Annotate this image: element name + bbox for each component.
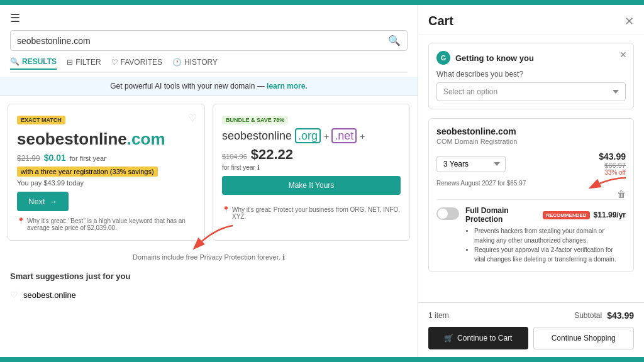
cart-price-display: $43.99 $66.97 33% off (599, 151, 626, 176)
cart-item-section: seobestonline.com COM Domain Registratio… (428, 118, 634, 272)
protection-toggle[interactable] (436, 207, 459, 220)
favorite-heart-icon[interactable]: ♡ (188, 112, 197, 124)
bundle-badge: BUNDLE & SAVE 78% (222, 116, 288, 124)
cart-year-row: 1 Year 2 Years 3 Years 5 Years $43.99 $6… (436, 151, 626, 176)
bundle-location-icon: 📍 (222, 206, 230, 220)
know-you-header: G Getting to know you (436, 51, 626, 65)
bundle-why-great: 📍 Why it's great: Protect your business … (222, 206, 401, 220)
bundle-card: BUNDLE & SAVE 78% seobestonline .org + .… (213, 104, 410, 241)
protection-bullet-1: Prevents hackers from stealing your doma… (474, 226, 626, 245)
delete-icon[interactable]: 🗑 (617, 189, 626, 199)
promo-banner: Get powerful AI tools with your new doma… (0, 77, 418, 96)
price-suffix: for first year (70, 155, 106, 162)
cart-title: Cart (428, 14, 453, 28)
protection-title-row: Full Domain Protection RECOMMENDED $11.9… (465, 206, 626, 224)
cart-icon: 🛒 (444, 334, 453, 343)
know-you-select[interactable]: Select an option Personal use Business u… (436, 82, 626, 101)
top-bar (0, 0, 644, 5)
you-pay-note: You pay $43.99 today (17, 179, 196, 187)
know-you-title: Getting to know you (455, 53, 534, 63)
domain-name-display: seobestonline.com (17, 129, 196, 149)
results-area: ♡ EXACT MATCH seobestonline.com $21.99 $… (0, 96, 418, 248)
exact-match-badge: EXACT MATCH (17, 116, 65, 124)
exact-match-card: ♡ EXACT MATCH seobestonline.com $21.99 $… (8, 104, 205, 241)
original-price: $21.99 (17, 154, 40, 163)
protection-bullet-2: Requires your approval via 2-factor veri… (474, 245, 626, 264)
cart-price-savings: 33% off (599, 169, 626, 176)
cart-price-main: $43.99 (599, 151, 626, 162)
tab-results[interactable]: 🔍 RESULTS (10, 57, 57, 70)
delete-row: 🗑 (436, 189, 626, 199)
know-you-close-button[interactable]: ✕ (619, 50, 627, 60)
bundle-sale-price: $22.22 (251, 146, 293, 163)
cart-close-button[interactable]: ✕ (625, 14, 634, 28)
location-icon: 📍 (17, 217, 25, 231)
cart-item-type: COM Domain Registration (436, 138, 626, 145)
bundle-domain-display: seobestonline .org + .net + (222, 129, 401, 143)
protection-row: Full Domain Protection RECOMMENDED $11.9… (436, 199, 626, 264)
header-nav: ☰ 🔍 🔍 RESULTS ⊟ FILTER ♡ FAVORITES (0, 5, 418, 77)
smart-suggestions-heading: Smart suggestions just for you (0, 266, 418, 286)
nav-tabs: 🔍 RESULTS ⊟ FILTER ♡ FAVORITES 🕐 HISTORY (10, 57, 408, 73)
continue-shopping-button[interactable]: Continue Shopping (533, 327, 635, 349)
savings-highlight: with a three year registration (33% savi… (17, 167, 158, 177)
know-you-question: What describes you best? (436, 70, 626, 79)
cart-header: Cart ✕ (418, 5, 644, 35)
results-icon: 🔍 (10, 57, 19, 66)
tab-history[interactable]: 🕐 HISTORY (172, 57, 218, 70)
search-input[interactable] (17, 36, 388, 46)
cart-subtotal-row: 1 item Subtotal $43.99 (428, 310, 634, 321)
cart-footer: 1 item Subtotal $43.99 🛒 Continue to Car… (418, 302, 644, 357)
history-icon: 🕐 (172, 58, 182, 67)
protection-info: Full Domain Protection RECOMMENDED $11.9… (465, 206, 626, 264)
bundle-original-price: $104.96 (222, 153, 247, 160)
make-yours-button[interactable]: Make It Yours (222, 176, 401, 195)
continue-to-cart-button[interactable]: 🛒 Continue to Cart (428, 327, 528, 349)
cart-price-old: $66.97 (599, 162, 626, 169)
search-results-panel: ☰ 🔍 🔍 RESULTS ⊟ FILTER ♡ FAVORITES (0, 5, 418, 357)
cart-body: G Getting to know you ✕ What describes y… (418, 35, 644, 302)
privacy-note: Domains include free Privacy Protection … (0, 248, 418, 266)
toggle-knob (438, 209, 448, 219)
recommended-badge: RECOMMENDED (543, 211, 589, 219)
protection-title: Full Domain Protection (465, 206, 539, 224)
bundle-price-suffix: for first year ℹ (222, 164, 401, 171)
renew-note: Renews August 2027 for $65.97 (436, 180, 626, 187)
sale-price: $0.01 (44, 153, 66, 163)
items-count: 1 item (428, 311, 449, 320)
arrow-right-icon: → (49, 197, 57, 206)
protection-bullets: Prevents hackers from stealing your doma… (465, 226, 626, 264)
cart-actions: 🛒 Continue to Cart Continue Shopping (428, 327, 634, 349)
subtotal-price: $43.99 (607, 310, 634, 321)
search-icon[interactable]: 🔍 (388, 35, 401, 47)
protection-price: $11.99/yr (594, 211, 626, 219)
cart-panel: Cart ✕ G Getting to know you ✕ What desc… (418, 5, 644, 357)
tab-filter[interactable]: ⊟ FILTER (67, 57, 101, 70)
search-bar-container: 🔍 (10, 30, 408, 51)
filter-icon: ⊟ (67, 58, 73, 67)
year-select[interactable]: 1 Year 2 Years 3 Years 5 Years (436, 156, 506, 172)
suggestion-heart-icon[interactable]: ♡ (10, 290, 18, 300)
getting-to-know-section: G Getting to know you ✕ What describes y… (428, 43, 634, 109)
why-great-text: 📍 Why it's great: "Best" is a high value… (17, 217, 196, 231)
promo-learn-more-link[interactable]: learn more. (267, 82, 308, 90)
cart-item-domain: seobestonline.com (436, 126, 626, 136)
suggestion-item: ♡ seobest.online (0, 286, 418, 304)
tab-favorites[interactable]: ♡ FAVORITES (111, 57, 162, 70)
next-button[interactable]: Next → (17, 192, 69, 211)
hamburger-menu[interactable]: ☰ (10, 11, 408, 25)
know-you-icon: G (436, 51, 450, 65)
subtotal-label: Subtotal (574, 311, 602, 320)
favorites-icon: ♡ (111, 58, 118, 67)
